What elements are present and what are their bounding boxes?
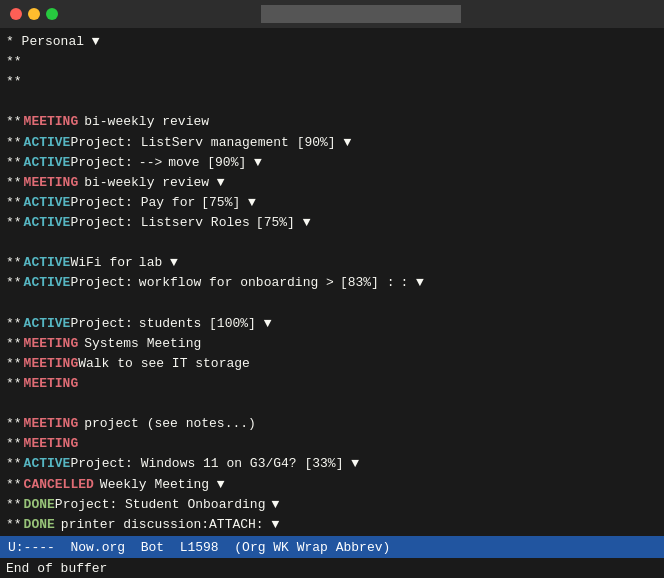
line-10 <box>6 233 658 253</box>
title-bar <box>0 0 664 28</box>
bottom-message: End of buffer <box>0 558 664 578</box>
line-11: ** ACTIVE WiFi for lab ▼ <box>6 253 658 273</box>
title-input[interactable] <box>261 5 461 23</box>
line-9: ** ACTIVE Project: Listserv Roles [75%] … <box>6 213 658 233</box>
line-22: ** CANCELLED Weekly Meeting ▼ <box>6 475 658 495</box>
line-19: ** MEETING project (see notes...) <box>6 414 658 434</box>
traffic-lights <box>10 8 58 20</box>
title-bar-center <box>68 5 654 23</box>
line-2: ** <box>6 72 658 92</box>
line-23: ** DONE Project: Student Onboarding ▼ <box>6 495 658 515</box>
line-1: ** <box>6 52 658 72</box>
status-orginfo: (Org WK Wrap Abbrev) <box>234 540 390 555</box>
maximize-button[interactable] <box>46 8 58 20</box>
line-18 <box>6 394 658 414</box>
minimize-button[interactable] <box>28 8 40 20</box>
line-14: ** ACTIVE Project: students [100%] ▼ <box>6 314 658 334</box>
line-3 <box>6 92 658 112</box>
status-linenum: L1598 <box>180 540 219 555</box>
line-4: ** MEETING bi-weekly review <box>6 112 658 132</box>
status-filename: Now.org <box>70 540 125 555</box>
line-16: ** MEETING Walk to see IT storage <box>6 354 658 374</box>
line-15: ** MEETING Systems Meeting <box>6 334 658 354</box>
status-bot: Bot <box>141 540 164 555</box>
line-8: ** ACTIVE Project: Pay for [75%] ▼ <box>6 193 658 213</box>
line-6: ** ACTIVE Project: --> move [90%] ▼ <box>6 153 658 173</box>
line-5: ** ACTIVE Project: ListServ management [… <box>6 133 658 153</box>
status-mode: U:---- <box>8 540 55 555</box>
line-7: ** MEETING bi-weekly review ▼ <box>6 173 658 193</box>
line-17: ** MEETING <box>6 374 658 394</box>
line-24: ** DONE printer discussion :ATTACH: ▼ <box>6 515 658 535</box>
line-21: ** ACTIVE Project: Windows 11 on G3/G4? … <box>6 454 658 474</box>
line-13 <box>6 294 658 314</box>
content-area: * Personal ▼** ** ** MEETING bi-weekly r… <box>0 28 664 536</box>
line-20: ** MEETING <box>6 434 658 454</box>
status-bar: U:---- Now.org Bot L1598 (Org WK Wrap Ab… <box>0 536 664 558</box>
line-0: * Personal ▼ <box>6 32 658 52</box>
line-12: ** ACTIVE Project: workflow for onboardi… <box>6 273 658 293</box>
close-button[interactable] <box>10 8 22 20</box>
